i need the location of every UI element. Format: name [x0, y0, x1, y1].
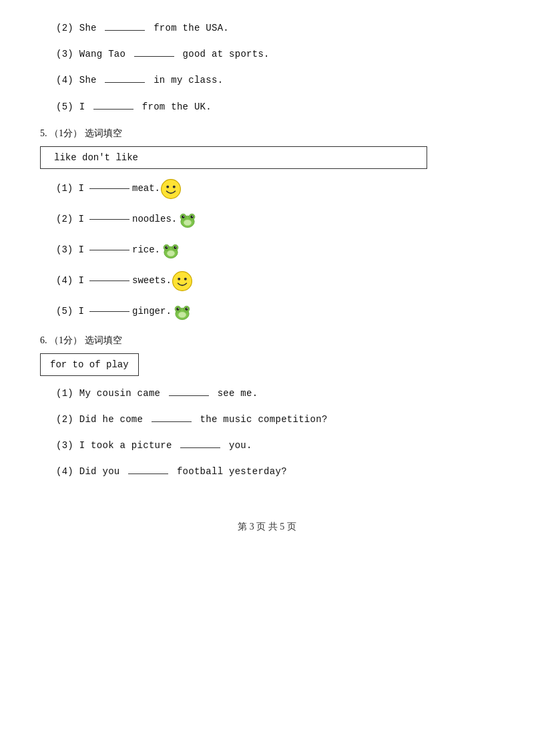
q2-item-4: (4) She in my class. [56, 72, 494, 89]
q2-item3-rest: good at sports. [183, 49, 270, 59]
q6-item-2: (2) Did he come the music competition? [56, 411, 494, 428]
svg-point-9 [192, 216, 193, 216]
q6-score: （1分） [49, 335, 82, 345]
question-2-continuation: (2) She from the USA. (3) Wang Tao good … [40, 20, 494, 116]
q5-item4-rest: sweets. [132, 272, 172, 289]
q2-item3-blank [134, 56, 174, 57]
q5-item3-text: (3) I [56, 242, 84, 258]
q5-item1-rest: meat. [132, 180, 160, 197]
q5-header: 5. （1分） 选词填空 [40, 128, 494, 140]
q5-item5-rest: ginger. [132, 303, 172, 320]
q5-item-3: (3) I rice. [56, 240, 494, 261]
q5-item-4: (4) I sweets. [56, 270, 494, 292]
q6-item2-num: (2) Did he come [56, 414, 149, 425]
q5-item-1: (1) I meat. [56, 178, 494, 200]
svg-point-2 [173, 186, 176, 188]
q6-item3-rest: you. [229, 440, 252, 451]
q5-item1-text: (1) I [56, 180, 84, 197]
svg-point-6 [182, 215, 185, 218]
q6-label: 6. [40, 335, 47, 345]
svg-point-8 [184, 216, 184, 216]
q2-item3-prefix: (3) [56, 49, 73, 59]
q5-item-5: (5) I ginger. [56, 301, 494, 323]
q5-item2-text: (2) I [56, 211, 84, 228]
q6-item2-rest: the music competition? [200, 414, 328, 425]
q6-word-box: for to of play [40, 353, 139, 376]
q6-item4-num: (4) Did you [56, 466, 125, 477]
q2-item2-prefix: (2) [56, 23, 73, 33]
page-footer: 第 3 页 共 5 页 [40, 521, 494, 533]
q2-item2-text: She [79, 23, 103, 33]
q5-item4-blank [89, 280, 129, 281]
q6-item4-blank [128, 474, 168, 474]
q6-item4-rest: football yesterday? [177, 466, 287, 477]
svg-point-19 [172, 271, 192, 291]
footer-text: 第 3 页 共 5 页 [238, 522, 296, 532]
q2-item-2: (2) She from the USA. [56, 20, 494, 37]
q5-item3-rest: rice. [132, 242, 160, 258]
q5-label: 5. [40, 128, 47, 138]
q2-item4-blank [105, 82, 145, 83]
q2-item5-text: I [79, 102, 91, 112]
q2-item4-rest: in my class. [154, 75, 223, 85]
q6-item-1: (1) My cousin came see me. [56, 385, 494, 402]
q5-score: （1分） [49, 128, 82, 138]
q5-item1-blank [89, 188, 129, 189]
q6-item3-blank [180, 447, 220, 448]
svg-point-29 [178, 312, 186, 318]
svg-point-0 [162, 179, 181, 198]
q6-item-4: (4) Did you football yesterday? [56, 463, 494, 480]
svg-point-25 [176, 307, 179, 310]
svg-point-28 [186, 308, 187, 309]
q5-type: 选词填空 [85, 128, 122, 138]
q2-item-3: (3) Wang Tao good at sports. [56, 46, 494, 63]
svg-point-14 [165, 246, 168, 248]
q6-type: 选词填空 [85, 335, 122, 345]
svg-point-21 [184, 278, 187, 280]
frog-emoji-5 [172, 301, 193, 323]
svg-point-1 [166, 186, 169, 188]
q5-item2-blank [89, 219, 129, 220]
svg-point-15 [174, 246, 176, 248]
q5-item5-blank [89, 311, 129, 312]
q5-item4-text: (4) I [56, 272, 84, 289]
q6-item1-rest: see me. [218, 388, 258, 399]
svg-point-16 [166, 246, 167, 247]
q2-item4-prefix: (4) [56, 75, 73, 85]
svg-point-18 [167, 250, 175, 256]
q2-item5-blank [93, 109, 134, 110]
happy-emoji-4 [172, 270, 193, 292]
q6-header: 6. （1分） 选词填空 [40, 335, 494, 347]
svg-point-20 [178, 278, 180, 280]
q5-item2-rest: noodles. [132, 211, 177, 228]
q2-item4-text: She [79, 75, 103, 85]
q2-item3-text: Wang Tao [79, 49, 131, 59]
frog-emoji-3 [160, 240, 182, 261]
q6-item1-blank [169, 395, 209, 396]
q6-item1-num: (1) My cousin came [56, 388, 166, 399]
svg-point-7 [191, 215, 194, 218]
frog-emoji-2 [177, 209, 198, 230]
q5-item-2: (2) I noodles. [56, 209, 494, 230]
question-6: 6. （1分） 选词填空 for to of play (1) My cousi… [40, 335, 494, 481]
q5-item3-blank [89, 250, 129, 250]
q6-item3-num: (3) I took a picture [56, 440, 178, 451]
q2-item2-rest: from the USA. [154, 23, 229, 33]
svg-point-26 [185, 307, 188, 310]
happy-emoji-1 [160, 178, 182, 200]
q2-item2-blank [105, 30, 145, 31]
q2-item5-prefix: (5) [56, 102, 73, 112]
q5-word-box: like don't like [40, 146, 427, 169]
q6-item2-blank [152, 421, 192, 422]
svg-point-10 [184, 220, 192, 226]
svg-point-27 [178, 308, 178, 309]
q6-item-3: (3) I took a picture you. [56, 437, 494, 454]
q2-item-5: (5) I from the UK. [56, 99, 494, 116]
q5-item5-text: (5) I [56, 303, 84, 320]
q2-item5-rest: from the UK. [142, 102, 212, 112]
question-5: 5. （1分） 选词填空 like don't like (1) I meat.… [40, 128, 494, 323]
svg-point-17 [176, 246, 176, 247]
